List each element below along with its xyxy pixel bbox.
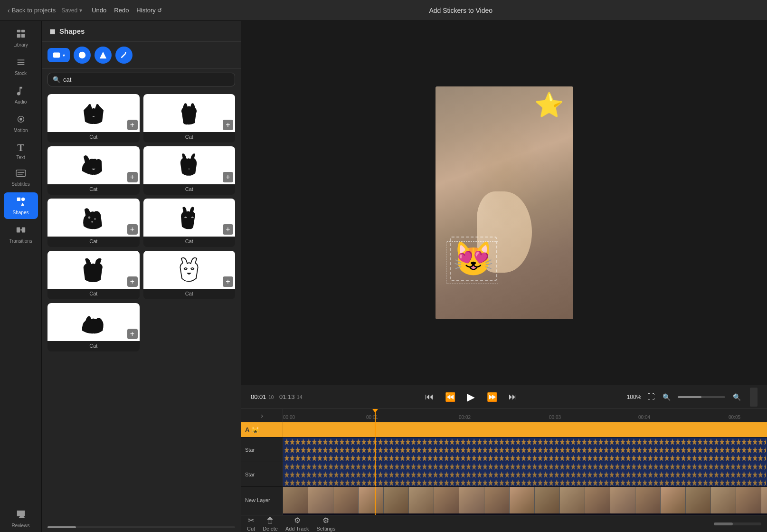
add-shape-cat-5[interactable]: + [127,224,138,235]
video-frame-20 [761,487,767,513]
back-label: Back to projects [12,7,56,14]
rewind-button[interactable]: ⏪ [443,390,458,405]
subtitles-icon [16,170,26,180]
play-button[interactable]: ▶ [464,390,479,405]
shape-card-cat-1[interactable]: + Cat [47,94,140,142]
video-frame-10 [510,487,534,513]
cut-button[interactable]: ✂ Cut [247,516,255,532]
settings-button[interactable]: ⚙ Settings [316,516,335,532]
shape-thumb-cat-4: + [143,146,236,184]
video-frame-11 [535,487,559,513]
sidebar-item-transitions[interactable]: Transitions [4,221,38,247]
timeline-bottom: ✂ Cut 🗑 Delete ⚙ Add Track ⚙ Settings [241,515,767,532]
add-shape-cat-9[interactable]: + [127,329,138,339]
timeline: › 00:00 00:01 00:02 00:03 00:04 00:05 00… [241,408,767,532]
sidebar-item-shapes[interactable]: Shapes [4,192,38,219]
shapes-panel: ◼ Shapes ▾ 🔍 [42,21,241,532]
shape-card-cat-3[interactable]: + Cat [47,146,140,195]
search-input[interactable] [63,76,230,83]
track-name-star2: Star [245,472,255,477]
shape-triangle-button[interactable] [95,47,112,64]
stock-icon [16,57,26,69]
shape-card-cat-5[interactable]: + + Cat [47,199,140,247]
shape-card-cat-4[interactable]: + Cat [143,146,236,195]
delete-button[interactable]: 🗑 Delete [263,516,278,532]
undo-button[interactable]: Undo [92,7,106,14]
cat-emoji-sticker[interactable]: 😻 [450,237,497,281]
shape-name-cat-3: Cat [47,184,140,195]
add-track-button[interactable]: ⚙ Add Track [285,516,309,532]
sidebar-label-library: Library [13,42,28,48]
sidebar-item-reviews[interactable]: Reviews [4,505,38,532]
shape-rect-button[interactable]: ▾ [47,48,70,62]
shape-pen-button[interactable] [115,47,133,64]
back-button[interactable]: ‹ Back to projects [8,7,56,14]
time-current: 00:01 10 [251,393,275,400]
sidebar-item-stock[interactable]: Stock [4,53,38,80]
zoom-controls: 100% ⛶ 🔍 🔍 [625,388,758,407]
track-content-star2[interactable] [283,462,767,486]
collapse-button[interactable]: › [261,412,263,419]
shape-card-cat-2[interactable]: + Cat [143,94,236,142]
ruler-mark-4: 00:04 [638,415,650,420]
history-icon: ↺ [157,7,162,14]
track-label-dandelion: Dandelion [241,513,283,515]
scroll-thumb[interactable] [47,526,76,528]
add-shape-cat-2[interactable]: + [223,120,233,130]
add-shape-cat-4[interactable]: + [223,172,233,182]
shape-name-cat-2: Cat [143,132,236,142]
track-row-overlay: A 😸 [241,422,767,437]
shape-card-cat-8[interactable]: + Cat [143,251,236,299]
track-content-star1[interactable] [283,437,767,462]
center-area: ⭐ 😻 00:01 10 01:13 14 [241,21,767,532]
zoom-in-button[interactable]: 🔍 [729,390,744,405]
volume-control[interactable] [750,388,758,407]
zoom-out-button[interactable]: 🔍 [659,390,674,405]
skip-start-button[interactable]: ⏮ [422,390,437,405]
shape-card-cat-6[interactable]: + Cat [143,199,236,247]
add-shape-cat-1[interactable]: + [127,120,138,130]
shape-name-cat-6: Cat [143,237,236,247]
add-shape-cat-3[interactable]: + [127,172,138,182]
history-button[interactable]: History ↺ [136,7,162,14]
saved-dropdown-icon[interactable]: ▾ [79,7,82,14]
track-row-star1: Star [241,437,767,462]
svg-rect-1 [21,30,24,33]
topbar-left: ‹ Back to projects Saved ▾ Undo Redo His… [8,7,162,14]
svg-point-10 [21,198,24,201]
playhead-overlay [375,422,376,437]
timeline-scrollbar-thumb[interactable] [714,522,733,525]
timeline-scrollbar[interactable] [714,522,761,525]
timeline-header: › 00:00 00:01 00:02 00:03 00:04 00:05 00… [241,409,767,422]
saved-status: Saved ▾ [61,7,82,14]
shape-card-cat-9[interactable]: + Cat [47,303,140,352]
track-label-star2: Star [241,462,283,486]
sidebar-item-audio[interactable]: Audio [4,82,38,108]
shape-name-cat-1: Cat [47,132,140,142]
shape-card-cat-7[interactable]: + Cat [47,251,140,299]
svg-point-19 [91,221,93,223]
redo-button[interactable]: Redo [114,7,129,14]
star-sticker[interactable]: ⭐ [534,91,564,119]
sidebar-item-text[interactable]: T Text [4,139,38,164]
track-content-overlay[interactable] [283,422,767,437]
sidebar-item-subtitles[interactable]: Subtitles [4,166,38,190]
track-content-newlayer[interactable] [283,487,767,513]
skip-end-button[interactable]: ⏭ [505,390,521,405]
main-content: Library Stock Audio Motion T Text [0,21,767,532]
sidebar-item-library[interactable]: Library [4,25,38,51]
add-shape-cat-8[interactable]: + [223,276,233,287]
sidebar-item-motion[interactable]: Motion [4,110,38,137]
fullscreen-button[interactable]: ⛶ [647,393,655,401]
video-frame-7 [434,487,459,513]
reviews-icon [16,509,26,521]
ruler-mark-3: 00:03 [549,415,561,420]
search-box[interactable]: 🔍 [47,73,235,86]
shape-circle-button[interactable] [74,47,91,64]
fast-forward-button[interactable]: ⏩ [484,390,500,405]
add-shape-cat-6[interactable]: + [223,224,233,235]
zoom-slider[interactable] [678,396,725,398]
add-shape-cat-7[interactable]: + [127,276,138,287]
track-content-dandelion[interactable]: // This won't run in SVG, so we use stat… [283,513,767,515]
video-frame-18 [711,487,736,513]
